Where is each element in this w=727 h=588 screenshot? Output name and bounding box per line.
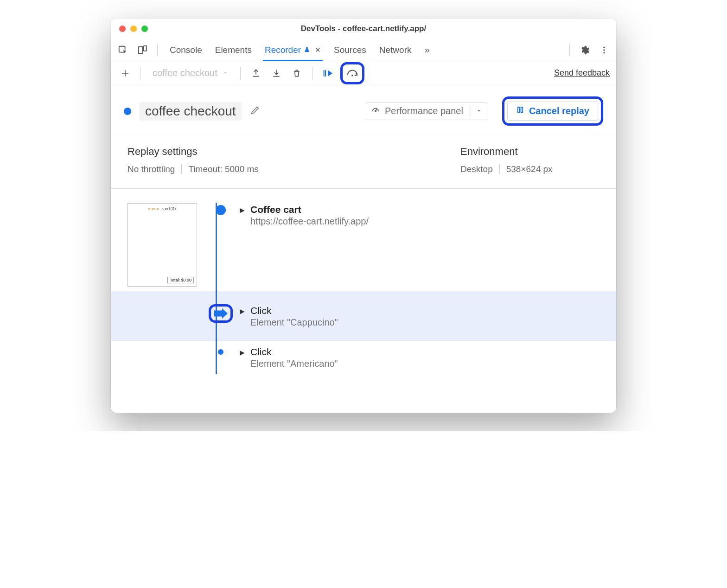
device-value: Desktop [460, 164, 493, 174]
svg-point-4 [603, 49, 605, 51]
inspect-element-icon[interactable] [115, 43, 130, 58]
more-tabs-icon[interactable]: » [424, 45, 429, 55]
more-menu-icon[interactable] [597, 43, 612, 58]
step-over-highlight [340, 62, 364, 84]
maximize-window-button[interactable] [141, 26, 148, 32]
svg-rect-2 [144, 45, 147, 51]
settings-gear-icon[interactable] [577, 43, 592, 58]
dimensions-value: 538×624 px [506, 164, 553, 174]
separator [499, 164, 500, 174]
step-subtitle: https://coffee-cart.netlify.app/ [250, 216, 369, 227]
svg-point-5 [603, 52, 605, 53]
timeline-dot [216, 205, 226, 215]
settings-row: Replay settings No throttling Timeout: 5… [111, 137, 616, 189]
separator [140, 67, 141, 80]
edit-title-icon[interactable] [250, 105, 260, 117]
separator [157, 44, 158, 56]
step-title: Coffee cart [250, 204, 369, 215]
svg-point-7 [375, 110, 376, 112]
tab-elements[interactable]: Elements [215, 39, 252, 61]
svg-rect-8 [518, 107, 520, 113]
environment-heading: Environment [460, 146, 599, 158]
separator [569, 44, 570, 56]
speedometer-icon [371, 105, 380, 117]
window-title: DevTools - coffee-cart.netlify.app/ [111, 24, 616, 33]
throttling-value[interactable]: No throttling [128, 164, 175, 174]
svg-point-6 [351, 74, 353, 76]
step-item[interactable]: ▶ Click Element "Americano" [111, 340, 616, 374]
close-window-button[interactable] [119, 26, 126, 32]
recorder-toolbar: coffee checkout Send feedback [111, 61, 616, 85]
flask-icon [304, 45, 310, 55]
recording-status-dot [124, 108, 131, 115]
import-icon[interactable] [268, 65, 284, 81]
tab-console[interactable]: Console [170, 39, 202, 61]
steps-timeline: menu cart(0) Total: $0.00 ▶ Coffee cart … [111, 189, 616, 374]
replay-settings-section: Replay settings No throttling Timeout: 5… [128, 146, 423, 174]
tab-network[interactable]: Network [379, 39, 412, 61]
tab-sources[interactable]: Sources [334, 39, 366, 61]
traffic-lights [119, 26, 148, 32]
tab-recorder[interactable]: Recorder ✕ [265, 39, 321, 61]
devtools-window: DevTools - coffee-cart.netlify.app/ Cons… [111, 19, 616, 413]
environment-section: Environment Desktop 538×624 px [460, 146, 599, 174]
step-title: Click [250, 305, 338, 316]
device-toolbar-icon[interactable] [135, 43, 150, 58]
cancel-replay-button[interactable]: Cancel replay [507, 102, 598, 121]
separator [312, 67, 312, 80]
expand-caret-icon[interactable]: ▶ [240, 307, 245, 315]
recording-title[interactable]: coffee checkout [140, 102, 242, 121]
step-item-current[interactable]: ▶ Click Element "Cappucino" [111, 292, 616, 340]
step-subtitle: Element "Cappucino" [250, 317, 338, 328]
replay-step-icon[interactable] [320, 65, 336, 81]
send-feedback-link[interactable]: Send feedback [554, 68, 610, 78]
performance-panel-select[interactable]: Performance panel [366, 102, 487, 120]
separator [181, 164, 182, 174]
expand-caret-icon[interactable]: ▶ [240, 349, 245, 356]
separator [240, 67, 241, 80]
chevron-down-icon [471, 106, 482, 116]
titlebar: DevTools - coffee-cart.netlify.app/ [111, 19, 616, 39]
svg-rect-9 [521, 107, 523, 113]
replay-settings-heading: Replay settings [128, 146, 423, 158]
cancel-replay-highlight: Cancel replay [502, 96, 603, 126]
current-step-highlight [209, 304, 233, 323]
current-step-arrow-icon [214, 308, 228, 319]
expand-caret-icon[interactable]: ▶ [240, 206, 245, 214]
step-subtitle: Element "Americano" [250, 358, 338, 369]
pause-icon [516, 106, 524, 116]
recording-header: coffee checkout Performance panel Cancel… [111, 85, 616, 137]
new-recording-button[interactable] [117, 65, 133, 81]
recording-selector[interactable]: coffee checkout [148, 67, 233, 79]
timeout-value[interactable]: Timeout: 5000 ms [188, 164, 258, 174]
svg-point-3 [603, 46, 605, 48]
step-item[interactable]: menu cart(0) Total: $0.00 ▶ Coffee cart … [111, 198, 616, 292]
minimize-window-button[interactable] [130, 26, 137, 32]
chevron-down-icon [222, 68, 229, 78]
step-title: Click [250, 346, 338, 358]
step-over-icon[interactable] [344, 65, 360, 81]
svg-rect-1 [139, 46, 143, 53]
close-tab-icon[interactable]: ✕ [315, 46, 321, 54]
delete-icon[interactable] [289, 65, 305, 81]
export-icon[interactable] [248, 65, 264, 81]
step-thumbnail: menu cart(0) Total: $0.00 [128, 203, 197, 287]
devtools-tabstrip: Console Elements Recorder ✕ Sources Netw… [111, 39, 616, 61]
timeline-dot [218, 349, 223, 355]
